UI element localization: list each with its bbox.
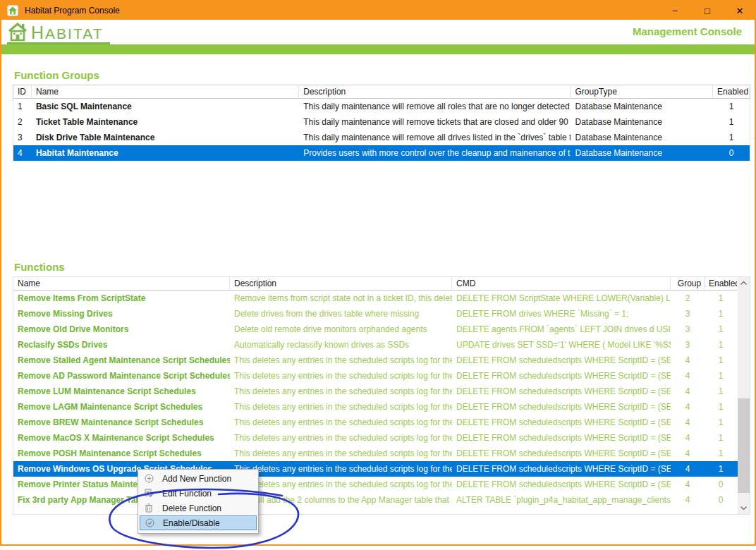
window-title: Habitat Program Console bbox=[25, 6, 120, 16]
column-header-group[interactable]: Group bbox=[671, 277, 705, 290]
table-row[interactable]: Remove AD Password Maintenance Script Sc… bbox=[13, 368, 750, 384]
functions-table-header: Name Description CMD Group Enabled bbox=[13, 277, 750, 291]
table-row[interactable]: Remove Missing Drives Delete drives from… bbox=[13, 306, 750, 322]
logo-house-icon bbox=[7, 22, 28, 42]
habitat-logo: HABITAT bbox=[7, 22, 110, 45]
table-row[interactable]: 4 Habitat Maintenance Provides users wit… bbox=[13, 145, 750, 161]
menu-item-label: Delete Function bbox=[158, 503, 221, 513]
function-groups-table-header: ID Name Description GroupType Enabled bbox=[13, 85, 750, 99]
menu-item-enable-disable[interactable]: Enable/Disable bbox=[140, 515, 257, 530]
table-row[interactable]: Remove Stalled Agent Maintenance Script … bbox=[13, 353, 750, 368]
column-header-enabled[interactable]: Enabled bbox=[713, 85, 750, 98]
scrollbar-down-arrow-icon[interactable] bbox=[738, 502, 750, 514]
column-header-name[interactable]: Name bbox=[13, 277, 230, 290]
minimize-button[interactable]: − bbox=[659, 0, 691, 21]
title-bar: Habitat Program Console − □ ✕ bbox=[0, 0, 756, 21]
column-header-name[interactable]: Name bbox=[32, 85, 299, 98]
column-header-grouptype[interactable]: GroupType bbox=[571, 85, 713, 98]
app-header: HABITAT Management Console bbox=[1, 20, 755, 44]
table-row[interactable]: Remove Items From ScriptState Remove ite… bbox=[13, 291, 750, 306]
table-row[interactable]: 2 Ticket Table Maintenance This daily ma… bbox=[13, 114, 750, 130]
functions-rows: Remove Items From ScriptState Remove ite… bbox=[13, 291, 750, 508]
table-row[interactable]: Remove Windows OS Upgrade Script Schedul… bbox=[13, 461, 750, 477]
check-circle-icon bbox=[140, 518, 159, 527]
table-row[interactable]: 1 Basic SQL Maintenance This daily maint… bbox=[13, 99, 750, 114]
column-header-description[interactable]: Description bbox=[299, 85, 571, 98]
menu-item-add-new-function[interactable]: Add New Function bbox=[140, 471, 257, 486]
table-row[interactable]: Remove LAGM Maintenance Script Schedules… bbox=[13, 399, 750, 415]
scrollbar-thumb[interactable] bbox=[738, 398, 750, 493]
table-row[interactable]: Fix 3rd party App Manager Table This wil… bbox=[13, 492, 750, 508]
function-groups-table: ID Name Description GroupType Enabled 1 … bbox=[13, 85, 750, 161]
table-row[interactable]: Remove MacOS X Maintenance Script Schedu… bbox=[13, 430, 750, 446]
table-row[interactable]: Remove POSH Maintenance Script Schedules… bbox=[13, 446, 750, 461]
trash-icon bbox=[140, 503, 158, 513]
add-circle-icon bbox=[140, 474, 158, 483]
context-menu: Add New Function Edit Function Delete Fu… bbox=[138, 469, 259, 534]
function-groups-heading: Function Groups bbox=[14, 69, 99, 81]
menu-item-label: Add New Function bbox=[158, 474, 231, 484]
scrollbar-up-arrow-icon[interactable] bbox=[738, 277, 750, 289]
management-console-title: Management Console bbox=[633, 25, 742, 37]
logo-wordmark: HABITAT bbox=[31, 25, 103, 42]
vertical-scrollbar[interactable] bbox=[738, 277, 750, 514]
edit-icon bbox=[140, 489, 158, 498]
table-row[interactable]: Remove Printer Status Maintenance Script… bbox=[13, 477, 750, 492]
maximize-button[interactable]: □ bbox=[691, 0, 724, 21]
function-groups-rows: 1 Basic SQL Maintenance This daily maint… bbox=[13, 99, 750, 161]
menu-item-delete-function[interactable]: Delete Function bbox=[140, 501, 257, 515]
table-row[interactable]: Remove LUM Maintenance Script Schedules … bbox=[13, 384, 750, 399]
table-row[interactable]: Remove Old Drive Monitors Delete old rem… bbox=[13, 322, 750, 337]
close-button[interactable]: ✕ bbox=[724, 0, 756, 21]
app-window: Habitat Program Console − □ ✕ HABITAT Ma… bbox=[0, 0, 756, 546]
menu-item-label: Edit Function bbox=[158, 489, 212, 499]
column-header-description[interactable]: Description bbox=[230, 277, 452, 290]
table-row[interactable]: Reclasify SSDs Drives Automatically recl… bbox=[13, 337, 750, 353]
table-row[interactable]: 3 Disk Drive Table Maintenance This dail… bbox=[13, 130, 750, 145]
table-row[interactable]: Remove BREW Maintenance Script Schedules… bbox=[13, 415, 750, 430]
menu-item-edit-function[interactable]: Edit Function bbox=[140, 486, 257, 501]
column-header-id[interactable]: ID bbox=[13, 85, 32, 98]
column-header-enabled[interactable]: Enabled bbox=[705, 277, 737, 290]
app-house-icon bbox=[7, 5, 18, 16]
green-divider-bar bbox=[1, 44, 755, 54]
functions-table: Name Description CMD Group Enabled Remov… bbox=[13, 276, 750, 515]
functions-heading: Functions bbox=[14, 261, 65, 273]
column-header-cmd[interactable]: CMD bbox=[452, 277, 671, 290]
menu-item-label: Enable/Disable bbox=[159, 518, 220, 528]
